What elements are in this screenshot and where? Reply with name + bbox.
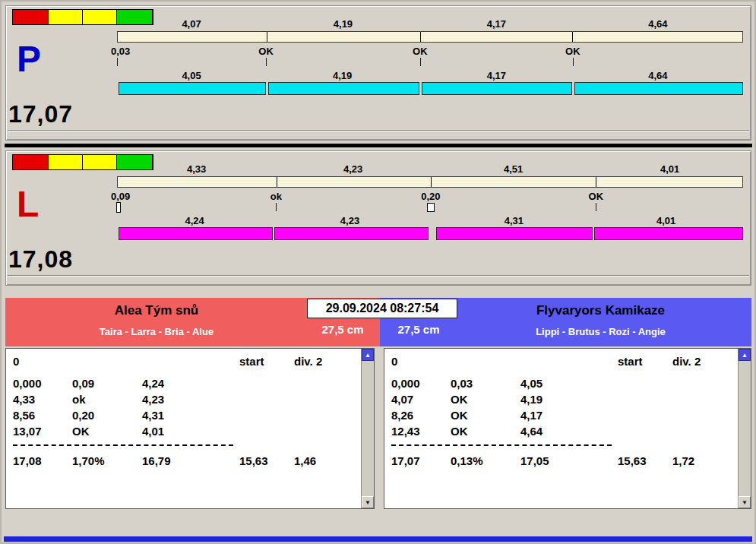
split-tick	[277, 177, 277, 187]
table-cell-empty	[618, 407, 672, 423]
table-cell: 4,07	[391, 391, 451, 407]
table-cell: 8,56	[13, 407, 72, 423]
table-cell: 17,07	[391, 453, 451, 469]
scroll-up-button[interactable]: ▲	[362, 349, 374, 361]
table-cell: 1,72	[672, 453, 734, 469]
table-cell-empty	[294, 391, 357, 407]
table-cell-empty	[239, 407, 294, 423]
table-cell: 4,64	[520, 423, 618, 439]
light-red	[13, 10, 48, 24]
split-tick	[420, 32, 421, 42]
pass-tick	[596, 203, 596, 211]
table-cell-empty	[239, 423, 294, 439]
pass-tick	[117, 58, 118, 66]
table-cell-empty	[294, 375, 357, 391]
table-cell: 4,31	[142, 407, 239, 423]
table-cell: 12,43	[391, 423, 451, 439]
split-time-label: 4,23	[343, 163, 362, 175]
footer-bar	[4, 536, 752, 542]
table-cell: 17,08	[13, 453, 72, 469]
scroll-down-button[interactable]: ▼	[739, 496, 751, 508]
table-cell-empty	[672, 391, 734, 407]
pass-mark-label: OK	[258, 46, 274, 57]
table-row: 4,07 OK 4,19	[391, 391, 734, 407]
lane-total-l: 17,08	[8, 245, 73, 274]
light-yellow-1	[49, 155, 82, 169]
scroll-down-icon: ▼	[365, 499, 371, 506]
scroll-up-icon: ▲	[742, 352, 748, 359]
dog-time-label: 4,31	[505, 215, 524, 226]
table-cell: 15,63	[618, 453, 672, 469]
table-cell: 4,05	[520, 375, 618, 391]
dog-time-label: 4,23	[340, 215, 359, 226]
pass-tick	[420, 58, 421, 66]
split-time-label: 4,01	[660, 163, 679, 175]
table-cell: OK	[451, 407, 520, 423]
dog-time-label: 4,01	[656, 215, 675, 226]
table-body: 0 start div. 2 0,000 0,03 4,05 4,07 OK 4…	[391, 353, 734, 469]
scrollbar[interactable]: ▲ ▼	[738, 349, 751, 508]
lane-divider	[5, 144, 752, 147]
light-yellow-1	[49, 10, 82, 24]
dog-time-segment	[119, 227, 273, 240]
table-row: 8,26 OK 4,17	[391, 407, 734, 423]
table-cell: 13,07	[13, 423, 72, 439]
table-cell-empty	[142, 353, 239, 369]
dog-time-label: 4,05	[182, 70, 201, 81]
table-row: 13,07 OK 4,01	[13, 423, 357, 439]
pass-mark-label: OK	[413, 46, 428, 57]
scroll-down-button[interactable]: ▼	[362, 496, 374, 508]
table-cell-empty	[618, 391, 672, 407]
pass-tick	[276, 203, 277, 211]
table-cell: 8,26	[391, 407, 451, 423]
dog-time-label: 4,24	[185, 215, 204, 226]
lane-letter-l: L	[17, 186, 39, 223]
table-cell: 1,46	[294, 453, 357, 469]
table-cell-empty	[672, 375, 734, 391]
pass-mark-label: 0,03	[111, 46, 130, 57]
dog-time-segment	[268, 82, 419, 95]
table-cell-empty	[239, 391, 294, 407]
table-row: 0,000 0,09 4,24	[13, 375, 357, 391]
dog-time-bar-l	[119, 227, 743, 240]
scroll-up-icon: ▲	[365, 352, 371, 359]
table-cell: OK	[451, 391, 520, 407]
table-totals-row: 17,07 0,13% 17,05 15,63 1,72	[391, 453, 734, 469]
lane-panel-l: 4,33 4,23 4,51 4,01 0,09 ok 0,20 OK 4,24…	[5, 150, 751, 286]
fault-indicator-box	[427, 203, 435, 212]
table-row: 4,33 ok 4,23	[13, 391, 357, 407]
jump-height: 27,5 cm	[384, 323, 453, 336]
table-cell: OK	[451, 423, 520, 439]
table-separator	[391, 444, 612, 446]
table-cell: 0,20	[72, 407, 142, 423]
pass-mark-label: 0,20	[421, 191, 440, 202]
table-header-row: 0 start div. 2	[391, 353, 734, 369]
table-col-header: start	[239, 353, 294, 369]
scroll-up-button[interactable]: ▲	[739, 349, 751, 361]
pass-tick	[573, 58, 574, 66]
table-cell-empty	[451, 353, 520, 369]
table-cell: ok	[72, 391, 142, 407]
dog-time-label: 4,19	[333, 70, 352, 81]
lane-bars-p: 4,07 4,19 4,17 4,64 0,03 OK OK OK 4,05 4…	[117, 6, 743, 140]
table-cell: 1,70%	[72, 453, 142, 469]
timing-window: 4,07 4,19 4,17 4,64 0,03 OK OK OK 4,05 4…	[0, 0, 756, 544]
table-cell-empty	[520, 353, 618, 369]
table-col-header: div. 2	[294, 353, 357, 369]
split-time-label: 4,33	[187, 163, 206, 175]
table-cell: 4,33	[13, 391, 72, 407]
pass-mark-label: OK	[565, 46, 580, 57]
dog-time-segment	[422, 82, 572, 95]
scrollbar[interactable]: ▲ ▼	[361, 349, 374, 508]
lane-letter-p: P	[17, 41, 41, 77]
table-cell-empty	[672, 407, 734, 423]
table-header-row: 0 start div. 2	[13, 353, 357, 369]
light-red	[13, 155, 48, 169]
pass-mark-label: 0,09	[111, 191, 130, 202]
lane-panel-p: 4,07 4,19 4,17 4,64 0,03 OK OK OK 4,05 4…	[5, 5, 751, 141]
dog-time-segment	[436, 227, 593, 240]
table-cell: 4,19	[520, 391, 618, 407]
table-cell: 0,000	[13, 375, 72, 391]
table-row: 8,56 0,20 4,31	[13, 407, 357, 423]
pass-mark-label: ok	[270, 191, 282, 202]
